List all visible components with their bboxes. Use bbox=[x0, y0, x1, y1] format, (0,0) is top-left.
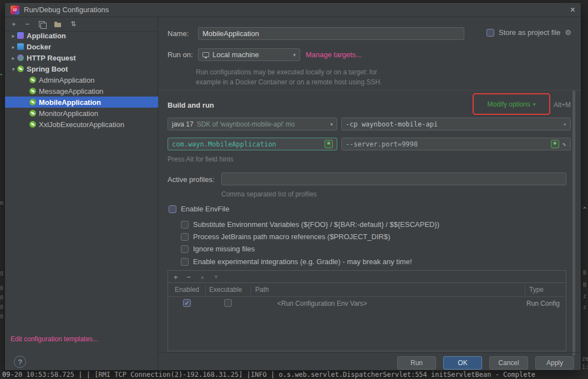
field-hints-text: Press Alt for field hints bbox=[168, 155, 234, 163]
program-arguments-field[interactable]: --server.port=9998 ≡ ↔ bbox=[341, 138, 571, 150]
sidebar-item-monitor-application[interactable]: MonitorApplication bbox=[5, 108, 158, 119]
edit-templates-link[interactable]: Edit configuration templates... bbox=[11, 335, 98, 343]
enable-envfile-label: Enable EnvFile bbox=[181, 205, 229, 213]
sidebar-item-xxljob-executor-application[interactable]: XxlJobExecutorApplication bbox=[5, 119, 158, 130]
envfile-option-row: Process JetBrains path macro references … bbox=[181, 233, 390, 241]
sidebar-item-http-request[interactable]: ▸ HTTP Request bbox=[5, 52, 158, 63]
sidebar-item-spring-boot[interactable]: ▾ Spring Boot bbox=[5, 63, 158, 74]
spring-boot-icon bbox=[29, 121, 36, 128]
name-input[interactable] bbox=[198, 27, 464, 40]
classpath-combobox[interactable]: -cp waynboot-mobile-api ▾ bbox=[341, 118, 571, 130]
section-separator bbox=[158, 90, 581, 90]
configurations-sidebar: + − ⇅ ▸ Application ▸ Docker ▸ HTTP Requ… bbox=[5, 17, 158, 370]
store-as-project-file-checkbox[interactable] bbox=[486, 29, 494, 37]
enable-envfile-row: Enable EnvFile bbox=[169, 205, 229, 213]
column-header-path: Path bbox=[255, 286, 269, 294]
envfile-option-row: Substitute Environment Variables (${FOO}… bbox=[181, 220, 439, 229]
add-configuration-icon[interactable]: + bbox=[12, 21, 16, 28]
browse-class-icon[interactable]: ≡ bbox=[325, 140, 333, 148]
sidebar-item-application[interactable]: ▸ Application bbox=[5, 30, 158, 41]
sidebar-item-label: MessageApplication bbox=[39, 87, 103, 95]
chevron-down-icon[interactable]: ▾ bbox=[9, 66, 17, 72]
cancel-button[interactable]: Cancel bbox=[489, 356, 528, 370]
path-macros-checkbox[interactable] bbox=[181, 233, 189, 241]
move-to-folder-icon[interactable] bbox=[54, 23, 61, 27]
main-class-field[interactable]: com.wayn.MobileApplication ≡ bbox=[168, 138, 337, 150]
experimental-integrations-checkbox[interactable] bbox=[181, 258, 189, 266]
dropdown-arrow-icon[interactable]: ▾ bbox=[290, 52, 296, 58]
program-arguments-value: --server.port=9998 bbox=[346, 140, 418, 148]
sidebar-item-docker[interactable]: ▸ Docker bbox=[5, 41, 158, 52]
copy-configuration-icon[interactable] bbox=[39, 21, 45, 27]
background-fragment: m bbox=[0, 200, 3, 206]
docker-icon bbox=[17, 43, 24, 50]
sidebar-item-message-application[interactable]: MessageApplication bbox=[5, 85, 158, 97]
substitute-env-vars-checkbox[interactable] bbox=[181, 221, 189, 229]
run-debug-configurations-dialog: IJ Run/Debug Configurations × + − ⇅ ▸ Ap… bbox=[4, 2, 581, 371]
chevron-right-icon[interactable]: ▸ bbox=[9, 44, 17, 50]
spring-boot-icon bbox=[29, 99, 36, 105]
background-fragment: z bbox=[583, 293, 586, 299]
move-up-icon[interactable]: ▲ bbox=[200, 274, 205, 280]
envfile-table-row[interactable]: ✓ <Run Configuration Env Vars> Run Confi… bbox=[168, 297, 566, 310]
chevron-down-icon[interactable]: ▾ bbox=[533, 102, 536, 107]
sidebar-item-mobile-application-selected[interactable]: MobileApplication bbox=[5, 97, 158, 108]
jre-combobox[interactable]: java 17 SDK of 'waynboot-mobile-api' mo … bbox=[168, 118, 337, 130]
sidebar-item-label: Docker bbox=[27, 43, 51, 51]
ok-button[interactable]: OK bbox=[443, 356, 482, 370]
close-icon[interactable]: × bbox=[570, 6, 575, 14]
monitor-icon bbox=[202, 52, 209, 57]
gear-icon[interactable]: ⚙ bbox=[565, 28, 571, 37]
row-type-value: Run Config bbox=[526, 300, 560, 307]
sort-configurations-icon[interactable]: ⇅ bbox=[70, 21, 76, 28]
background-fragment: g bbox=[0, 270, 3, 276]
row-enabled-checkbox[interactable]: ✓ bbox=[183, 299, 191, 307]
jre-value: java 17 bbox=[172, 120, 194, 128]
dialog-titlebar: IJ Run/Debug Configurations × bbox=[5, 3, 581, 17]
chevron-right-icon[interactable]: ▸ bbox=[9, 33, 17, 39]
chevron-right-icon[interactable]: ▸ bbox=[9, 55, 17, 61]
background-fragment: ze bbox=[582, 356, 588, 362]
footer-separator bbox=[158, 352, 581, 353]
background-fragment: 1: bbox=[582, 364, 588, 370]
expand-field-icon[interactable]: ↔ bbox=[560, 140, 569, 148]
dialog-title: Run/Debug Configurations bbox=[24, 6, 109, 14]
sidebar-item-label: Spring Boot bbox=[27, 65, 68, 73]
sidebar-item-label: MobileApplication bbox=[39, 98, 101, 107]
ignore-missing-files-checkbox[interactable] bbox=[181, 245, 189, 253]
help-icon[interactable]: ? bbox=[14, 356, 26, 368]
apply-button[interactable]: Apply bbox=[535, 356, 574, 370]
run-on-combobox[interactable]: Local machine ▾ bbox=[198, 48, 300, 61]
sidebar-item-label: AdminApplication bbox=[39, 76, 94, 84]
background-fragment: ▸ bbox=[0, 71, 3, 77]
column-header-type: Type bbox=[529, 286, 544, 294]
store-as-project-file-row: Store as project file ⚙ bbox=[486, 28, 571, 37]
background-fragment: 0 bbox=[0, 285, 3, 291]
path-macros-label: Process JetBrains path macro references … bbox=[193, 233, 390, 241]
move-down-icon[interactable]: ▼ bbox=[214, 274, 219, 280]
background-fragment: B bbox=[583, 270, 586, 276]
classpath-value: -cp waynboot-mobile-api bbox=[346, 120, 438, 128]
vertical-scrollbar[interactable] bbox=[572, 90, 575, 356]
add-env-file-icon[interactable]: + bbox=[174, 274, 178, 281]
row-executable-checkbox[interactable] bbox=[224, 299, 232, 307]
envfile-option-row: Enable experimental integrations (e.g. G… bbox=[181, 257, 412, 266]
dropdown-arrow-icon[interactable]: ▾ bbox=[327, 122, 333, 127]
remove-configuration-icon[interactable]: − bbox=[26, 21, 30, 28]
run-button[interactable]: Run bbox=[397, 356, 436, 370]
open-in-editor-icon[interactable]: ≡ bbox=[551, 140, 559, 148]
enable-envfile-checkbox[interactable] bbox=[169, 205, 176, 213]
dropdown-arrow-icon[interactable]: ▾ bbox=[560, 122, 566, 127]
annotation-red-box: Modify options ▾ bbox=[473, 93, 550, 115]
modify-options-link[interactable]: Modify options bbox=[488, 100, 530, 108]
main-class-value: com.wayn.MobileApplication bbox=[172, 140, 276, 148]
run-on-help-line2: example in a Docker Container or on a re… bbox=[196, 78, 382, 86]
sidebar-item-admin-application[interactable]: AdminApplication bbox=[5, 74, 158, 85]
manage-targets-link[interactable]: Manage targets... bbox=[306, 50, 362, 59]
spring-boot-icon bbox=[29, 110, 36, 117]
remove-env-file-icon[interactable]: − bbox=[187, 274, 191, 281]
active-profiles-input[interactable] bbox=[221, 173, 566, 185]
column-separator bbox=[525, 286, 525, 296]
http-request-icon bbox=[17, 54, 24, 61]
sidebar-item-label: Application bbox=[27, 32, 66, 40]
